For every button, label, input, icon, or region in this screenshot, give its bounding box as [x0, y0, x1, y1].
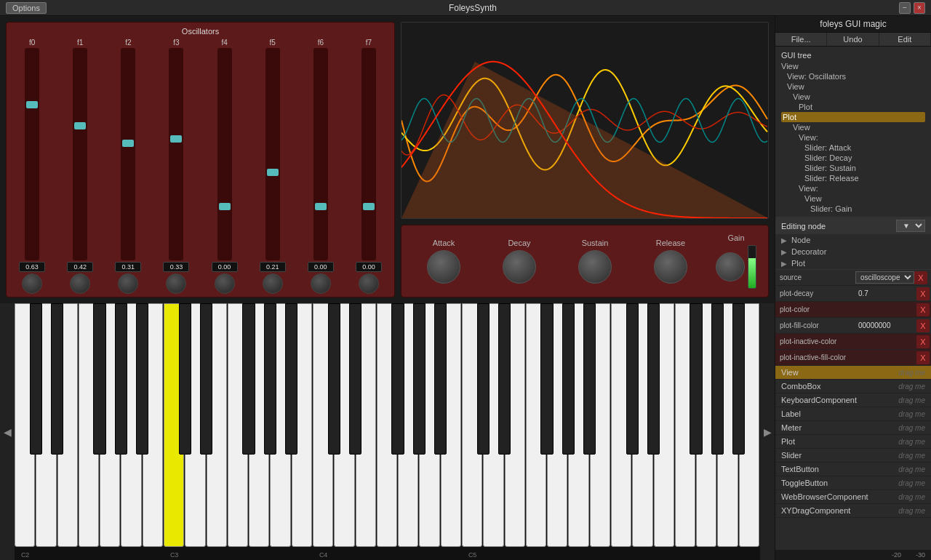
black-key-A4s[interactable] — [434, 303, 447, 455]
edit-node-row-1[interactable]: ▶Decorator — [775, 246, 931, 257]
osc-track-7[interactable] — [361, 48, 376, 260]
tree-item-14[interactable]: Slider: Gain — [781, 204, 925, 214]
black-key-C6s[interactable] — [626, 303, 639, 455]
osc-handle-1[interactable] — [74, 122, 86, 129]
osc-handle-6[interactable] — [315, 203, 327, 210]
decay-knob[interactable] — [503, 250, 536, 284]
edit-button[interactable]: Edit — [879, 33, 931, 46]
osc-knob-3[interactable] — [166, 273, 186, 294]
black-key-D2s[interactable] — [51, 303, 64, 455]
gain-knob[interactable] — [716, 252, 745, 281]
minimize-button[interactable]: − — [899, 2, 911, 14]
tree-item-12[interactable]: View: — [781, 183, 925, 193]
prop-x-btn-3[interactable]: X — [916, 319, 930, 332]
black-key-C5s[interactable] — [477, 303, 490, 455]
tree-item-3[interactable]: View — [781, 92, 925, 102]
close-button[interactable]: × — [914, 2, 925, 14]
osc-track-0[interactable] — [25, 48, 39, 260]
osc-track-6[interactable] — [313, 48, 328, 260]
attack-knob[interactable] — [427, 250, 460, 284]
osc-handle-7[interactable] — [363, 203, 375, 210]
tree-item-6[interactable]: View — [781, 122, 925, 132]
black-key-D3s[interactable] — [200, 303, 213, 455]
piano-keys[interactable] — [15, 303, 760, 547]
black-key-G4s[interactable] — [413, 303, 426, 455]
black-key-G3s[interactable] — [264, 303, 277, 455]
tree-item-0[interactable]: View — [781, 61, 925, 71]
osc-track-1[interactable] — [73, 48, 87, 260]
osc-handle-3[interactable] — [170, 135, 182, 143]
black-key-C4s[interactable] — [328, 303, 341, 455]
osc-handle-2[interactable] — [122, 140, 134, 147]
palette-item-6[interactable]: Sliderdrag me — [775, 449, 931, 463]
osc-track-3[interactable] — [169, 48, 183, 260]
editing-node-dropdown[interactable]: ▼ — [896, 220, 925, 232]
black-key-F6s[interactable] — [690, 303, 703, 455]
osc-handle-4[interactable] — [219, 203, 231, 210]
black-key-F4s[interactable] — [391, 303, 404, 455]
black-key-F3s[interactable] — [242, 303, 255, 455]
palette-item-1[interactable]: ComboBoxdrag me — [775, 380, 931, 393]
tree-item-1[interactable]: View: Oscillators — [781, 71, 925, 81]
black-key-A2s[interactable] — [136, 303, 149, 455]
keyboard-nav-left[interactable]: ◀ — [0, 303, 15, 560]
palette-item-8[interactable]: ToggleButtondrag me — [775, 476, 931, 490]
keyboard-nav-right[interactable]: ▶ — [760, 303, 775, 560]
prop-x-btn-1[interactable]: X — [916, 287, 930, 300]
black-key-A3s[interactable] — [285, 303, 298, 455]
tree-item-13[interactable]: View — [781, 193, 925, 204]
black-key-F5s[interactable] — [540, 303, 554, 455]
edit-node-row-0[interactable]: ▶Node — [775, 234, 931, 246]
palette-item-4[interactable]: Meterdrag me — [775, 421, 931, 435]
black-key-G6s[interactable] — [711, 303, 724, 455]
black-key-D4s[interactable] — [349, 303, 362, 455]
prop-x-btn-0[interactable]: X — [914, 271, 927, 284]
black-key-D5s[interactable] — [498, 303, 511, 455]
tree-item-4[interactable]: Plot — [781, 102, 925, 112]
tree-item-8[interactable]: Slider: Attack — [781, 143, 925, 153]
tree-item-9[interactable]: Slider: Decay — [781, 153, 925, 163]
osc-knob-1[interactable] — [70, 273, 90, 294]
black-key-G2s[interactable] — [115, 303, 128, 455]
osc-knob-6[interactable] — [311, 273, 331, 294]
tree-item-11[interactable]: Slider: Release — [781, 173, 925, 183]
osc-knob-7[interactable] — [359, 273, 379, 294]
prop-x-btn-2[interactable]: X — [916, 303, 930, 316]
osc-knob-2[interactable] — [118, 273, 138, 294]
tree-item-7[interactable]: View: — [781, 132, 925, 143]
sustain-knob[interactable] — [578, 250, 612, 284]
osc-knob-0[interactable] — [22, 273, 42, 294]
black-key-C2s[interactable] — [30, 303, 43, 455]
edit-node-row-2[interactable]: ▶Plot — [775, 257, 931, 269]
osc-knob-4[interactable] — [215, 273, 235, 294]
osc-handle-5[interactable] — [267, 169, 279, 176]
options-button[interactable]: Options — [6, 2, 47, 14]
osc-track-4[interactable] — [217, 48, 232, 260]
osc-track-2[interactable] — [121, 48, 135, 260]
prop-dropdown-0[interactable]: oscilloscope — [855, 271, 914, 284]
tree-item-5[interactable]: Plot — [781, 112, 925, 122]
black-key-F2s[interactable] — [93, 303, 106, 455]
release-knob[interactable] — [654, 250, 687, 284]
palette-item-3[interactable]: Labeldrag me — [775, 407, 931, 421]
osc-knob-5[interactable] — [263, 273, 283, 294]
prop-x-btn-4[interactable]: X — [916, 335, 930, 348]
palette-item-7[interactable]: TextButtondrag me — [775, 463, 931, 476]
osc-handle-0[interactable] — [26, 101, 38, 108]
black-key-D6s[interactable] — [647, 303, 660, 455]
black-key-G5s[interactable] — [562, 303, 575, 455]
tree-item-2[interactable]: View — [781, 81, 925, 92]
palette-item-2[interactable]: KeyboardComponentdrag me — [775, 393, 931, 407]
prop-x-btn-5[interactable]: X — [916, 351, 930, 364]
undo-button[interactable]: Undo — [827, 33, 879, 46]
black-key-C3s[interactable] — [179, 303, 192, 455]
palette-item-5[interactable]: Plotdrag me — [775, 435, 931, 449]
palette-item-9[interactable]: WebBrowserComponentdrag me — [775, 490, 931, 504]
black-key-A6s[interactable] — [732, 303, 746, 455]
osc-track-5[interactable] — [265, 48, 280, 260]
tree-item-10[interactable]: Slider: Sustain — [781, 163, 925, 173]
palette-item-0[interactable]: Viewdrag me — [775, 366, 931, 380]
palette-item-10[interactable]: XYDragComponentdrag me — [775, 504, 931, 518]
file-button[interactable]: File... — [775, 33, 827, 46]
black-key-A5s[interactable] — [583, 303, 596, 455]
